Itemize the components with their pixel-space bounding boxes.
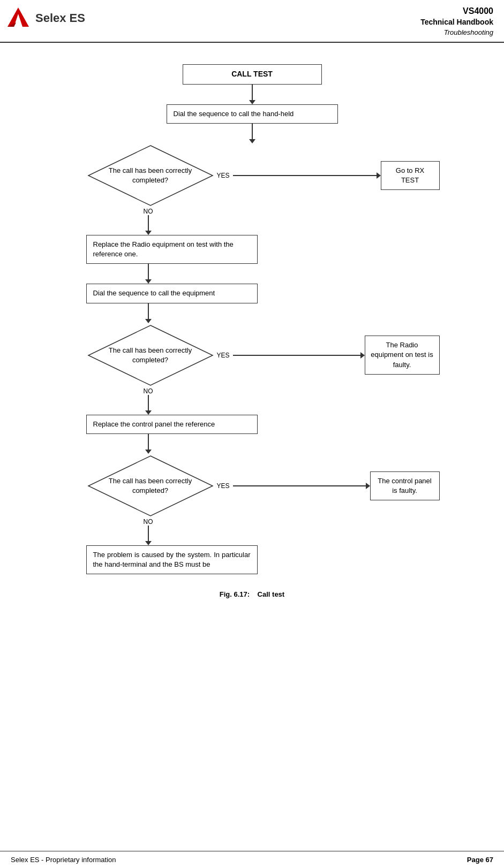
box2: Replace the Radio equipment on test with… [86,235,258,264]
section-name: Troubleshooting [420,28,493,37]
logo-area: Selex ES [5,5,85,31]
product-name: VS4000 [420,5,493,17]
box4: Replace the control panel the reference [86,415,258,434]
start-box: CALL TEST [183,64,322,85]
diamond2-label: The call has been correctly completed? [86,323,215,387]
box1: Dial the sequence to call the hand-held [167,104,338,124]
footer-right: Page 67 [467,856,493,864]
no3-label: NO [144,518,153,526]
header-info: VS4000 Technical Handbook Troubleshootin… [420,5,493,37]
box3: Dial the sequence to call the equipment [86,284,258,303]
svg-marker-0 [7,7,29,27]
main-content: CALL TEST Dial the sequence to call the … [0,43,504,620]
diamond3-label: The call has been correctly completed? [86,454,215,518]
selex-logo-icon [5,5,31,31]
diamond1-label: The call has been correctly completed? [86,143,215,208]
yes1-box: Go to RX TEST [381,161,440,190]
figure-caption: Fig. 6.17: Call test [220,590,284,598]
yes2-box: The Radio equipment on test is faulty. [365,336,440,375]
logo-text: Selex ES [35,11,85,25]
yes1-label: YES [217,172,230,179]
no2-label: NO [144,387,153,395]
yes3-label: YES [217,482,230,490]
flowchart: CALL TEST Dial the sequence to call the … [65,64,440,574]
yes3-box: The control panel is faulty. [370,471,440,500]
page-header: Selex ES VS4000 Technical Handbook Troub… [0,0,504,43]
box5: The problem is caused by the system. In … [86,545,258,574]
no1-label: NO [144,208,153,215]
footer-left: Selex ES - Proprietary information [11,856,116,864]
page-footer: Selex ES - Proprietary information Page … [0,851,504,868]
yes2-label: YES [217,352,230,359]
document-type: Technical Handbook [420,17,493,28]
